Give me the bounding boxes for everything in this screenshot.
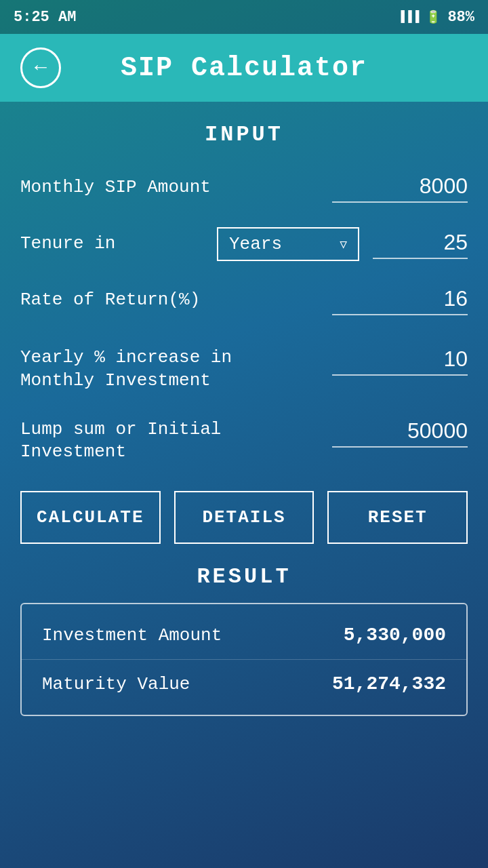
monthly-sip-label: Monthly SIP Amount — [20, 176, 211, 199]
yearly-input[interactable] — [332, 347, 468, 376]
lumpsum-row: Lump sum or Initial Investment — [20, 412, 468, 465]
maturity-value-label: Maturity Value — [42, 674, 190, 694]
result-section-title: RESULT — [20, 564, 468, 589]
tenure-input[interactable] — [373, 230, 468, 259]
monthly-sip-row: Monthly SIP Amount — [20, 167, 468, 208]
tenure-label: Tenure in — [20, 233, 115, 256]
yearly-label: Yearly % increase in Monthly Investment — [20, 347, 278, 393]
lumpsum-label: Lump sum or Initial Investment — [20, 418, 278, 465]
action-buttons: CALCULATE DETAILS RESET — [20, 491, 468, 544]
chevron-down-icon: ▽ — [340, 237, 347, 252]
lumpsum-input[interactable] — [332, 418, 468, 448]
status-right: ▐▐▐ 🔋 88% — [397, 9, 474, 26]
investment-amount-label: Investment Amount — [42, 625, 222, 646]
back-button[interactable]: ← — [20, 47, 61, 88]
main-content: INPUT Monthly SIP Amount Tenure in Years… — [0, 102, 488, 736]
investment-amount-value: 5,330,000 — [344, 625, 446, 646]
battery-level: 88% — [447, 9, 474, 26]
yearly-row: Yearly % increase in Monthly Investment — [20, 340, 468, 393]
back-arrow-icon: ← — [35, 56, 47, 79]
monthly-sip-input[interactable] — [332, 174, 468, 203]
tenure-row: Tenure in Years ▽ — [20, 227, 468, 261]
rate-label: Rate of Return(%) — [20, 289, 200, 312]
rate-row: Rate of Return(%) — [20, 280, 468, 321]
tenure-dropdown[interactable]: Years ▽ — [217, 227, 359, 261]
investment-amount-row: Investment Amount 5,330,000 — [22, 611, 466, 660]
input-section-title: INPUT — [20, 122, 468, 147]
calculate-button[interactable]: CALCULATE — [20, 491, 161, 544]
signal-icon: ▐▐▐ — [397, 10, 419, 24]
result-section: RESULT Investment Amount 5,330,000 Matur… — [20, 564, 468, 716]
status-bar: 5:25 AM ▐▐▐ 🔋 88% — [0, 0, 488, 34]
status-time: 5:25 AM — [14, 9, 76, 26]
tenure-right: Years ▽ — [217, 227, 468, 261]
maturity-value-value: 51,274,332 — [332, 673, 446, 694]
maturity-value-row: Maturity Value 51,274,332 — [22, 660, 466, 708]
app-header: ← SIP Calculator — [0, 34, 488, 102]
reset-button[interactable]: RESET — [327, 491, 468, 544]
battery-icon: 🔋 — [426, 9, 441, 24]
result-box: Investment Amount 5,330,000 Maturity Val… — [20, 603, 468, 716]
page-title: SIP Calculator — [81, 53, 407, 83]
tenure-dropdown-value: Years — [229, 234, 282, 254]
details-button[interactable]: DETAILS — [174, 491, 314, 544]
rate-input[interactable] — [332, 286, 468, 315]
